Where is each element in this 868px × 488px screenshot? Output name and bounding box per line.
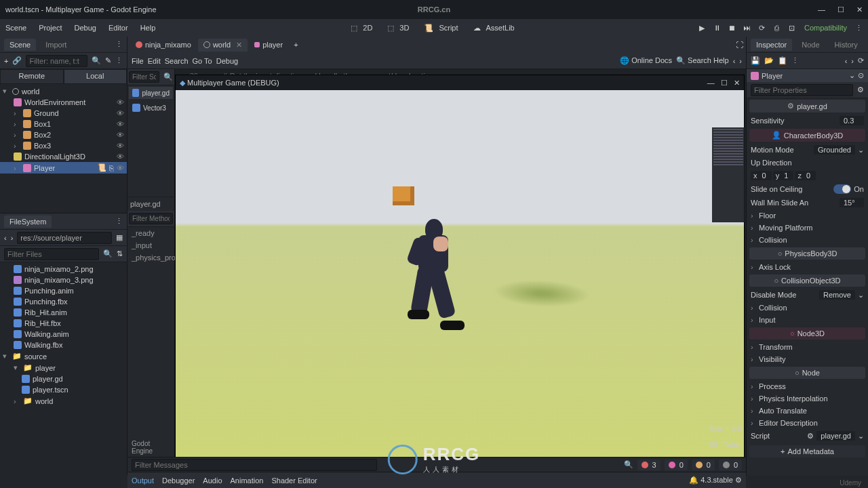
fs-file[interactable]: Walking.anim — [24, 330, 124, 338]
fs-file[interactable]: Rib_Hit.fbx — [24, 319, 124, 327]
fs-folder-source[interactable]: source — [24, 352, 124, 361]
error-count-badge[interactable]: 3 — [637, 460, 660, 470]
filter-methods-input[interactable] — [129, 213, 173, 224]
group-floor[interactable]: ›Floor — [747, 209, 868, 222]
movie-icon[interactable]: ⊡ — [787, 24, 796, 33]
play-remote-icon[interactable]: ⏭ — [742, 24, 751, 33]
workspace-3d[interactable]: ⬚ 3D — [384, 21, 414, 35]
workspace-assetlib[interactable]: ☁ AssetLib — [471, 21, 520, 35]
chevron-down-icon[interactable]: ⌄ — [858, 146, 864, 155]
fs-file[interactable]: Punching.fbx — [24, 298, 124, 306]
bell-icon[interactable]: 🔔 — [689, 476, 698, 484]
bottom-tab-shader[interactable]: Shader Editor — [271, 476, 317, 485]
method-ready[interactable]: _ready — [127, 227, 174, 239]
inspector-object-name[interactable]: Player — [762, 72, 846, 80]
tab-import[interactable]: Import — [40, 39, 72, 51]
script-debug-menu[interactable]: Debug — [216, 57, 238, 65]
visibility-icon[interactable]: 👁 — [117, 120, 124, 128]
nav-fwd-icon[interactable]: › — [11, 234, 14, 242]
fs-file[interactable]: player.tscn — [33, 386, 124, 394]
online-docs-link[interactable]: 🌐 Online Docs — [620, 56, 672, 65]
updir-y[interactable]: y 1 — [773, 171, 794, 180]
add-metadata-icon[interactable]: + — [781, 447, 785, 455]
fs-filter-input[interactable] — [4, 248, 99, 260]
bottom-tab-animation[interactable]: Animation — [231, 476, 264, 485]
search-icon[interactable]: 🔍 — [103, 249, 113, 258]
fs-file[interactable]: Walking.fbx — [24, 341, 124, 349]
group-collision[interactable]: ›Collision — [747, 234, 868, 246]
group-collision-2[interactable]: ›Collision — [747, 302, 868, 314]
prop-sensitivity-value[interactable]: 0.3 — [840, 116, 864, 125]
workspace-script[interactable]: 📜 Script — [421, 21, 463, 35]
scene-local-button[interactable]: Local — [64, 69, 127, 84]
fs-file[interactable]: Rib_Hit.anim — [24, 308, 124, 317]
tree-node-box2[interactable]: Box2 — [34, 131, 114, 139]
wand-icon[interactable]: ✎ — [105, 56, 111, 65]
locate-icon[interactable]: ⊙ — [858, 71, 864, 80]
bottom-tab-audio[interactable]: Audio — [203, 476, 222, 485]
group-transform[interactable]: ›Transform — [747, 341, 868, 353]
pause-icon[interactable]: ⏸ — [712, 24, 722, 33]
add-tab-icon[interactable]: + — [290, 41, 302, 49]
group-physinterp[interactable]: ›Physics Interpolation — [747, 392, 868, 405]
prop-disable-value[interactable]: Remove — [819, 290, 855, 300]
msg-count-badge[interactable]: 0 — [719, 460, 742, 470]
tab-node[interactable]: Node — [796, 39, 825, 51]
window-close-icon[interactable]: ✕ — [856, 5, 863, 14]
warn-count-badge[interactable]: 0 — [665, 460, 688, 470]
fs-folder-player[interactable]: player — [35, 364, 124, 372]
visibility-icon[interactable]: 👁 — [117, 109, 124, 117]
code-minimap[interactable] — [712, 127, 745, 222]
group-axis-lock[interactable]: ›Axis Lock — [747, 261, 868, 273]
fs-file[interactable]: ninja_mixamo_3.png — [24, 276, 124, 284]
group-visibility[interactable]: ›Visibility — [747, 353, 868, 365]
group-moving-platform[interactable]: ›Moving Platform — [747, 222, 868, 234]
script-edit-menu[interactable]: Edit — [148, 57, 161, 65]
close-tab-icon[interactable]: ✕ — [236, 41, 242, 49]
nav-fwd-icon[interactable]: › — [739, 57, 742, 65]
menu-debug[interactable]: Debug — [74, 24, 96, 32]
visibility-icon[interactable]: 👁 — [117, 164, 124, 172]
updir-x[interactable]: x 0 — [751, 171, 772, 180]
sort-icon[interactable]: ⇅ — [117, 249, 123, 258]
info-count-badge[interactable]: 0 — [692, 460, 715, 470]
refresh-icon[interactable]: ⟳ — [858, 56, 864, 65]
instance-icon[interactable]: ⎘ — [109, 164, 114, 172]
chevron-down-icon[interactable]: ⌄ — [849, 71, 855, 80]
game-minimize-icon[interactable]: — — [707, 79, 715, 87]
editor-tab-world[interactable]: world✕ — [198, 39, 248, 52]
script-file-menu[interactable]: File — [132, 57, 144, 65]
nav-back-icon[interactable]: ‹ — [845, 57, 848, 65]
window-maximize-icon[interactable]: ☐ — [837, 5, 844, 14]
tree-node-box1[interactable]: Box1 — [34, 120, 114, 128]
tab-history[interactable]: History — [829, 39, 863, 51]
menu-dots-icon[interactable]: ⋮ — [791, 56, 799, 65]
filter-icon[interactable]: ⚙ — [857, 85, 864, 94]
fs-path-input[interactable] — [17, 232, 112, 244]
dock-menu-icon[interactable]: ⋮ — [115, 40, 123, 49]
nav-back-icon[interactable]: ‹ — [4, 234, 7, 242]
nav-back-icon[interactable]: ‹ — [733, 57, 736, 65]
fs-file[interactable]: Punching.anim — [24, 287, 124, 295]
tree-node-ground[interactable]: Ground — [34, 109, 114, 117]
play-icon[interactable]: ▶ — [697, 24, 707, 33]
method-input[interactable]: _input — [127, 239, 174, 251]
filter-scripts-input[interactable] — [129, 71, 159, 83]
visibility-icon[interactable]: 👁 — [117, 142, 124, 150]
settings-icon[interactable]: ⚙ — [735, 476, 742, 484]
tree-node-world[interactable]: world — [22, 87, 124, 96]
workspace-2d[interactable]: ⬚ 2D — [348, 21, 378, 35]
menu-help[interactable]: Help — [140, 24, 156, 32]
group-input[interactable]: ›Input — [747, 314, 868, 326]
distraction-free-icon[interactable]: ⛶ — [736, 41, 743, 49]
tree-node-player[interactable]: Player — [34, 164, 94, 172]
renderer-dropdown[interactable]: Compatibility — [804, 24, 847, 32]
tab-filesystem[interactable]: FileSystem — [4, 216, 52, 228]
group-editordesc[interactable]: ›Editor Description — [747, 417, 868, 429]
section-collisionobj[interactable]: ○ CollisionObject3D — [749, 274, 865, 287]
tree-node-worldenv[interactable]: WorldEnvironment — [24, 98, 114, 106]
section-script[interactable]: ⚙ player.gd — [749, 100, 865, 113]
open-icon[interactable]: 📂 — [764, 56, 774, 65]
fs-file[interactable]: ninja_mixamo_2.png — [24, 265, 124, 273]
section-physicsbody[interactable]: ○ PhysicsBody3D — [749, 247, 865, 260]
